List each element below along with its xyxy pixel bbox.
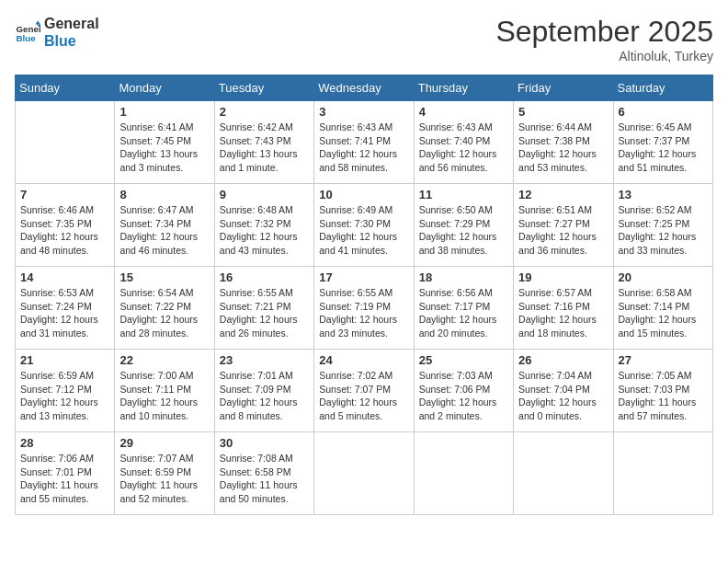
weekday-header-saturday: Saturday bbox=[613, 75, 712, 101]
week-row-3: 14Sunrise: 6:53 AM Sunset: 7:24 PM Dayli… bbox=[16, 267, 713, 350]
day-number: 10 bbox=[319, 188, 408, 201]
weekday-header-tuesday: Tuesday bbox=[214, 75, 313, 101]
day-cell-3: 3Sunrise: 6:43 AM Sunset: 7:41 PM Daylig… bbox=[314, 101, 414, 184]
day-number: 15 bbox=[119, 270, 209, 284]
day-number: 27 bbox=[619, 353, 708, 367]
day-info: Sunrise: 6:44 AM Sunset: 7:38 PM Dayligh… bbox=[518, 121, 608, 175]
month-title: September 2025 bbox=[495, 15, 713, 49]
day-number: 22 bbox=[119, 353, 209, 367]
day-cell-17: 17Sunrise: 6:55 AM Sunset: 7:19 PM Dayli… bbox=[314, 267, 414, 350]
day-cell-28: 28Sunrise: 7:06 AM Sunset: 7:01 PM Dayli… bbox=[16, 432, 115, 515]
day-cell-15: 15Sunrise: 6:54 AM Sunset: 7:22 PM Dayli… bbox=[115, 267, 214, 350]
day-cell-5: 5Sunrise: 6:44 AM Sunset: 7:38 PM Daylig… bbox=[514, 101, 613, 184]
day-info: Sunrise: 7:02 AM Sunset: 7:07 PM Dayligh… bbox=[319, 369, 408, 423]
day-cell-1: 1Sunrise: 6:41 AM Sunset: 7:45 PM Daylig… bbox=[115, 101, 214, 184]
day-cell-8: 8Sunrise: 6:47 AM Sunset: 7:34 PM Daylig… bbox=[115, 184, 214, 267]
day-number: 28 bbox=[20, 436, 109, 450]
day-number: 9 bbox=[220, 188, 309, 201]
day-number: 18 bbox=[419, 270, 508, 284]
day-cell-4: 4Sunrise: 6:43 AM Sunset: 7:40 PM Daylig… bbox=[414, 101, 513, 184]
day-info: Sunrise: 6:55 AM Sunset: 7:21 PM Dayligh… bbox=[220, 286, 309, 340]
day-info: Sunrise: 6:45 AM Sunset: 7:37 PM Dayligh… bbox=[619, 121, 708, 175]
day-cell-10: 10Sunrise: 6:49 AM Sunset: 7:30 PM Dayli… bbox=[314, 184, 414, 267]
day-info: Sunrise: 6:54 AM Sunset: 7:22 PM Dayligh… bbox=[119, 286, 209, 340]
day-cell-30: 30Sunrise: 7:08 AM Sunset: 6:58 PM Dayli… bbox=[214, 432, 313, 515]
svg-text:Blue: Blue bbox=[16, 33, 36, 43]
weekday-header-thursday: Thursday bbox=[414, 75, 513, 101]
day-info: Sunrise: 7:04 AM Sunset: 7:04 PM Dayligh… bbox=[518, 369, 608, 423]
day-number: 29 bbox=[119, 436, 209, 450]
empty-cell bbox=[514, 432, 613, 515]
day-number: 30 bbox=[220, 436, 309, 450]
logo-icon: General Blue bbox=[15, 19, 40, 45]
page-header: General Blue General Blue September 2025… bbox=[15, 15, 713, 63]
day-cell-14: 14Sunrise: 6:53 AM Sunset: 7:24 PM Dayli… bbox=[16, 267, 115, 350]
day-number: 1 bbox=[119, 105, 209, 119]
week-row-2: 7Sunrise: 6:46 AM Sunset: 7:35 PM Daylig… bbox=[16, 184, 713, 267]
day-info: Sunrise: 7:03 AM Sunset: 7:06 PM Dayligh… bbox=[419, 369, 508, 423]
empty-cell bbox=[314, 432, 414, 515]
day-number: 11 bbox=[419, 188, 508, 201]
day-info: Sunrise: 7:08 AM Sunset: 6:58 PM Dayligh… bbox=[220, 452, 309, 506]
day-number: 17 bbox=[319, 270, 408, 284]
day-info: Sunrise: 6:50 AM Sunset: 7:29 PM Dayligh… bbox=[419, 203, 508, 258]
day-info: Sunrise: 6:59 AM Sunset: 7:12 PM Dayligh… bbox=[20, 369, 109, 423]
weekday-header-friday: Friday bbox=[514, 75, 613, 101]
day-info: Sunrise: 6:57 AM Sunset: 7:16 PM Dayligh… bbox=[518, 286, 608, 340]
day-info: Sunrise: 6:52 AM Sunset: 7:25 PM Dayligh… bbox=[619, 203, 708, 258]
day-cell-24: 24Sunrise: 7:02 AM Sunset: 7:07 PM Dayli… bbox=[314, 350, 414, 432]
logo-blue: Blue bbox=[44, 32, 99, 50]
day-cell-13: 13Sunrise: 6:52 AM Sunset: 7:25 PM Dayli… bbox=[613, 184, 712, 267]
weekday-header-monday: Monday bbox=[115, 75, 214, 101]
day-info: Sunrise: 6:53 AM Sunset: 7:24 PM Dayligh… bbox=[20, 286, 109, 340]
week-row-5: 28Sunrise: 7:06 AM Sunset: 7:01 PM Dayli… bbox=[16, 432, 713, 515]
day-number: 2 bbox=[220, 105, 309, 119]
day-cell-25: 25Sunrise: 7:03 AM Sunset: 7:06 PM Dayli… bbox=[414, 350, 513, 432]
day-info: Sunrise: 6:48 AM Sunset: 7:32 PM Dayligh… bbox=[220, 203, 309, 258]
day-number: 8 bbox=[119, 188, 209, 201]
empty-cell bbox=[16, 101, 115, 184]
day-info: Sunrise: 6:42 AM Sunset: 7:43 PM Dayligh… bbox=[220, 121, 309, 175]
empty-cell bbox=[414, 432, 513, 515]
day-number: 5 bbox=[518, 105, 608, 119]
day-number: 7 bbox=[20, 188, 109, 201]
day-cell-20: 20Sunrise: 6:58 AM Sunset: 7:14 PM Dayli… bbox=[613, 267, 712, 350]
day-cell-21: 21Sunrise: 6:59 AM Sunset: 7:12 PM Dayli… bbox=[16, 350, 115, 432]
day-number: 23 bbox=[220, 353, 309, 367]
logo: General Blue General Blue bbox=[15, 15, 99, 50]
day-number: 12 bbox=[518, 188, 608, 201]
day-cell-7: 7Sunrise: 6:46 AM Sunset: 7:35 PM Daylig… bbox=[16, 184, 115, 267]
day-number: 4 bbox=[419, 105, 508, 119]
day-info: Sunrise: 7:01 AM Sunset: 7:09 PM Dayligh… bbox=[220, 369, 309, 423]
day-number: 20 bbox=[619, 270, 708, 284]
day-cell-26: 26Sunrise: 7:04 AM Sunset: 7:04 PM Dayli… bbox=[514, 350, 613, 432]
day-number: 16 bbox=[220, 270, 309, 284]
day-cell-22: 22Sunrise: 7:00 AM Sunset: 7:11 PM Dayli… bbox=[115, 350, 214, 432]
day-cell-12: 12Sunrise: 6:51 AM Sunset: 7:27 PM Dayli… bbox=[514, 184, 613, 267]
week-row-4: 21Sunrise: 6:59 AM Sunset: 7:12 PM Dayli… bbox=[16, 350, 713, 432]
svg-marker-2 bbox=[35, 21, 40, 25]
day-number: 21 bbox=[20, 353, 109, 367]
day-info: Sunrise: 7:07 AM Sunset: 6:59 PM Dayligh… bbox=[119, 452, 209, 506]
weekday-header-sunday: Sunday bbox=[16, 75, 115, 101]
day-info: Sunrise: 6:55 AM Sunset: 7:19 PM Dayligh… bbox=[319, 286, 408, 340]
day-number: 25 bbox=[419, 353, 508, 367]
day-number: 3 bbox=[319, 105, 408, 119]
title-block: September 2025 Altinoluk, Turkey bbox=[495, 15, 713, 63]
day-cell-18: 18Sunrise: 6:56 AM Sunset: 7:17 PM Dayli… bbox=[414, 267, 513, 350]
day-number: 6 bbox=[619, 105, 708, 119]
weekday-header-wednesday: Wednesday bbox=[314, 75, 414, 101]
day-info: Sunrise: 6:51 AM Sunset: 7:27 PM Dayligh… bbox=[518, 203, 608, 258]
day-cell-29: 29Sunrise: 7:07 AM Sunset: 6:59 PM Dayli… bbox=[115, 432, 214, 515]
day-cell-2: 2Sunrise: 6:42 AM Sunset: 7:43 PM Daylig… bbox=[214, 101, 313, 184]
day-info: Sunrise: 6:46 AM Sunset: 7:35 PM Dayligh… bbox=[20, 203, 109, 258]
day-number: 13 bbox=[619, 188, 708, 201]
empty-cell bbox=[613, 432, 712, 515]
day-info: Sunrise: 6:56 AM Sunset: 7:17 PM Dayligh… bbox=[419, 286, 508, 340]
day-number: 14 bbox=[20, 270, 109, 284]
day-info: Sunrise: 6:43 AM Sunset: 7:40 PM Dayligh… bbox=[419, 121, 508, 175]
logo-general: General bbox=[44, 15, 99, 32]
day-cell-6: 6Sunrise: 6:45 AM Sunset: 7:37 PM Daylig… bbox=[613, 101, 712, 184]
day-number: 26 bbox=[518, 353, 608, 367]
day-cell-9: 9Sunrise: 6:48 AM Sunset: 7:32 PM Daylig… bbox=[214, 184, 313, 267]
